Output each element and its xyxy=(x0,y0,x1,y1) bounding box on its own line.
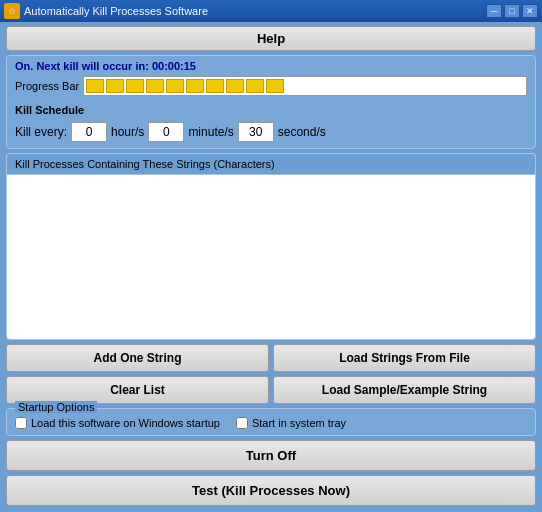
progress-bar xyxy=(83,76,527,96)
progress-label: Progress Bar xyxy=(15,80,79,92)
main-window: ☆ Automatically Kill Processes Software … xyxy=(0,0,542,512)
minutes-unit: minute/s xyxy=(188,125,233,139)
process-list-header: Kill Processes Containing These Strings … xyxy=(7,154,535,175)
help-button[interactable]: Help xyxy=(6,26,536,51)
maximize-button[interactable]: □ xyxy=(504,4,520,18)
seconds-input[interactable] xyxy=(238,122,274,142)
progress-block xyxy=(266,79,284,93)
progress-block xyxy=(126,79,144,93)
startup-checkbox1[interactable] xyxy=(15,417,27,429)
content-area: Help On. Next kill will occur in: 00:00:… xyxy=(0,22,542,512)
action-buttons-row1: Add One String Load Strings From File xyxy=(6,344,536,372)
startup-checkbox2-item[interactable]: Start in system tray xyxy=(236,417,346,429)
startup-checkbox2[interactable] xyxy=(236,417,248,429)
hours-unit: hour/s xyxy=(111,125,144,139)
progress-block xyxy=(246,79,264,93)
process-list-body[interactable] xyxy=(7,175,535,285)
test-button[interactable]: Test (Kill Processes Now) xyxy=(6,475,536,506)
seconds-unit: second/s xyxy=(278,125,326,139)
process-list-group: Kill Processes Containing These Strings … xyxy=(6,153,536,340)
title-bar: ☆ Automatically Kill Processes Software … xyxy=(0,0,542,22)
startup-group: Startup Options Load this software on Wi… xyxy=(6,408,536,436)
progress-block xyxy=(206,79,224,93)
window-title: Automatically Kill Processes Software xyxy=(24,5,486,17)
timer-label: On. Next kill will occur in: 00:00:15 xyxy=(15,60,527,72)
progress-block xyxy=(226,79,244,93)
kill-schedule-row: Kill every: hour/s minute/s second/s xyxy=(15,122,527,142)
progress-block xyxy=(106,79,124,93)
close-button[interactable]: ✕ xyxy=(522,4,538,18)
load-from-file-button[interactable]: Load Strings From File xyxy=(273,344,536,372)
turn-off-button[interactable]: Turn Off xyxy=(6,440,536,471)
startup-checkbox1-label: Load this software on Windows startup xyxy=(31,417,220,429)
minimize-button[interactable]: ─ xyxy=(486,4,502,18)
load-sample-button[interactable]: Load Sample/Example String xyxy=(273,376,536,404)
hours-input[interactable] xyxy=(71,122,107,142)
progress-container: Progress Bar xyxy=(15,76,527,96)
progress-block xyxy=(166,79,184,93)
clear-list-button[interactable]: Clear List xyxy=(6,376,269,404)
window-controls: ─ □ ✕ xyxy=(486,4,538,18)
startup-checkbox1-item[interactable]: Load this software on Windows startup xyxy=(15,417,220,429)
progress-bar-inner xyxy=(84,77,286,95)
kill-every-label: Kill every: xyxy=(15,125,67,139)
progress-block xyxy=(186,79,204,93)
app-icon: ☆ xyxy=(4,3,20,19)
minutes-input[interactable] xyxy=(148,122,184,142)
startup-group-label: Startup Options xyxy=(15,401,97,413)
progress-block xyxy=(146,79,164,93)
kill-schedule-label: Kill Schedule xyxy=(15,104,527,116)
startup-checkbox2-label: Start in system tray xyxy=(252,417,346,429)
progress-block xyxy=(86,79,104,93)
startup-row: Load this software on Windows startup St… xyxy=(15,417,527,429)
add-one-string-button[interactable]: Add One String xyxy=(6,344,269,372)
action-buttons-row2: Clear List Load Sample/Example String xyxy=(6,376,536,404)
timer-group: On. Next kill will occur in: 00:00:15 Pr… xyxy=(6,55,536,149)
